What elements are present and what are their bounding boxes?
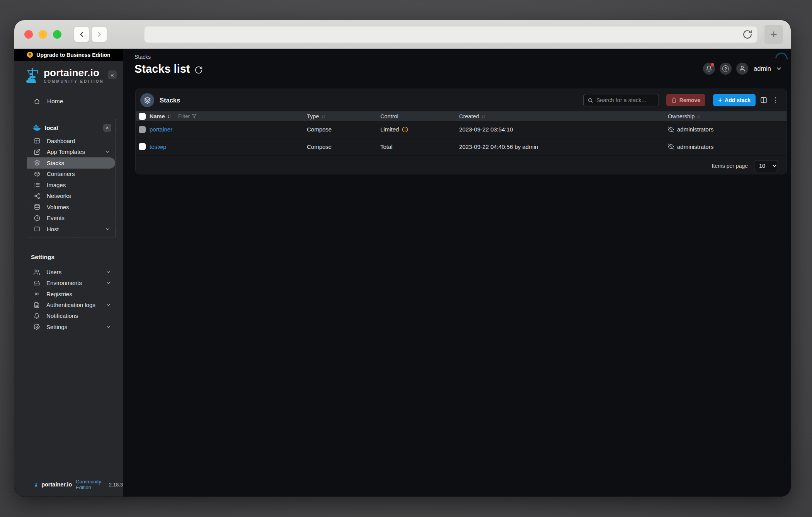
notification-badge <box>711 63 714 67</box>
main-content: Stacks Stacks list ? admin <box>123 49 791 497</box>
arrow-up-circle-icon <box>27 51 33 58</box>
sidebar-item-label: Volumes <box>47 204 111 210</box>
search-input[interactable] <box>596 97 655 103</box>
items-per-page-select[interactable]: 10 <box>754 160 778 172</box>
environment-name: local <box>45 125 103 131</box>
stacks-panel: Stacks Remove + Add stack <box>135 89 787 174</box>
row-checkbox[interactable] <box>139 143 146 150</box>
users-icon <box>34 269 40 275</box>
stack-link[interactable]: portainer <box>150 126 172 133</box>
sort-icons: ↓↑ <box>482 114 485 119</box>
select-all-checkbox[interactable] <box>139 113 146 120</box>
chevron-right-icon <box>95 31 103 38</box>
zoom-window-button[interactable] <box>53 30 61 39</box>
sidebar-item-host[interactable]: Host <box>27 224 115 235</box>
sidebar-item-dashboard[interactable]: Dashboard <box>27 135 115 147</box>
columns-settings-button[interactable] <box>758 94 769 106</box>
sidebar-item-notifications[interactable]: Notifications <box>14 311 123 321</box>
name-filter-button[interactable]: Filter <box>178 113 197 119</box>
sidebar-item-label: Events <box>47 215 111 221</box>
remove-label: Remove <box>679 97 700 103</box>
environment-close-button[interactable]: × <box>103 124 111 132</box>
sidebar-item-label: Stacks <box>47 160 111 166</box>
sidebar-item-settings[interactable]: Settings <box>14 321 123 332</box>
url-input[interactable] <box>149 31 742 38</box>
kebab-icon: ⋮ <box>772 96 779 104</box>
back-button[interactable] <box>74 26 89 43</box>
edit-icon <box>34 149 40 155</box>
database-icon <box>34 204 40 210</box>
hard-drive-icon <box>34 280 40 286</box>
settings-header: Settings <box>14 254 123 261</box>
sidebar-item-label: Users <box>46 269 99 275</box>
portainer-logo-icon <box>25 67 40 85</box>
chevron-down-icon <box>106 269 111 275</box>
reload-icon <box>742 29 752 39</box>
sidebar-item-registries[interactable]: Registries <box>14 288 123 299</box>
chevron-down-icon[interactable] <box>776 65 782 72</box>
sidebar-item-users[interactable]: Users <box>14 267 123 278</box>
add-stack-label: Add stack <box>725 97 751 103</box>
stack-type: Compose <box>307 143 380 150</box>
close-window-button[interactable] <box>24 30 33 39</box>
notifications-button[interactable] <box>703 63 715 75</box>
panel-title: Stacks <box>160 97 583 104</box>
user-name: admin <box>754 65 771 72</box>
forward-button[interactable] <box>92 26 107 43</box>
trash-icon <box>671 97 677 103</box>
add-stack-button[interactable]: + Add stack <box>713 94 756 106</box>
sidebar-item-app-templates[interactable]: App Templates <box>27 147 115 158</box>
layers-icon <box>34 160 40 166</box>
sidebar-item-authentication-logs[interactable]: Authentication logs <box>14 299 123 310</box>
remove-button[interactable]: Remove <box>666 94 705 106</box>
columns-icon <box>760 97 767 104</box>
sidebar-item-volumes[interactable]: Volumes <box>27 201 115 213</box>
traffic-lights <box>24 30 61 39</box>
address-bar <box>144 26 758 43</box>
environment-header[interactable]: local × <box>27 120 115 135</box>
sidebar-item-networks[interactable]: Networks <box>27 191 115 202</box>
search-icon <box>587 97 593 103</box>
plus-icon: + <box>718 97 722 103</box>
new-tab-button[interactable]: + <box>764 25 783 44</box>
sidebar-item-label: Containers <box>47 171 111 177</box>
close-icon: × <box>106 125 109 131</box>
sidebar-item-label: Home <box>47 98 63 105</box>
sidebar-item-environments[interactable]: Environments <box>14 278 123 288</box>
sidebar-item-events[interactable]: Events <box>27 213 115 224</box>
upgrade-banner[interactable]: Upgrade to Business Edition <box>14 49 123 61</box>
column-header-ownership[interactable]: Ownership ↓↑ <box>668 113 786 119</box>
sidebar-item-home[interactable]: Home <box>14 95 123 108</box>
sidebar-item-label: Notifications <box>46 312 111 319</box>
table-header: Name ↓↑ Filter Type ↓↑ Control <box>136 111 786 121</box>
sidebar-item-stacks[interactable]: Stacks <box>27 157 115 169</box>
row-checkbox[interactable] <box>139 126 146 133</box>
sidebar-footer: portainer.io Community Edition 2.18.3 <box>14 479 123 497</box>
reload-button[interactable] <box>742 29 752 39</box>
server-icon <box>34 226 40 232</box>
column-header-type[interactable]: Type ↓↑ <box>307 113 380 119</box>
chevron-down-icon <box>105 226 111 232</box>
chevron-left-icon <box>78 31 85 38</box>
user-avatar[interactable] <box>736 63 748 75</box>
minimize-window-button[interactable] <box>39 30 47 39</box>
sidebar-collapse-button[interactable]: « <box>108 70 117 79</box>
table-menu-button[interactable]: ⋮ <box>769 94 781 106</box>
stack-ownership: administrators <box>677 126 713 133</box>
layers-icon <box>144 97 151 104</box>
stack-control: Limited <box>380 126 399 133</box>
help-button[interactable]: ? <box>720 63 732 75</box>
sidebar-item-label: Environments <box>46 280 99 286</box>
sidebar-item-images[interactable]: Images <box>27 179 115 191</box>
sidebar-item-containers[interactable]: Containers <box>27 169 115 180</box>
refresh-icon[interactable] <box>194 66 203 74</box>
column-header-name[interactable]: Name ↓↑ Filter <box>150 113 307 119</box>
column-header-control[interactable]: Control <box>380 113 459 119</box>
eye-off-icon <box>668 143 674 150</box>
sidebar-item-label: Networks <box>47 193 111 199</box>
chevron-down-icon <box>105 149 111 155</box>
box-icon <box>34 171 40 177</box>
column-header-created[interactable]: Created ↓↑ <box>459 113 668 119</box>
help-icon: ? <box>722 65 729 72</box>
stack-link[interactable]: testwp <box>150 143 166 150</box>
